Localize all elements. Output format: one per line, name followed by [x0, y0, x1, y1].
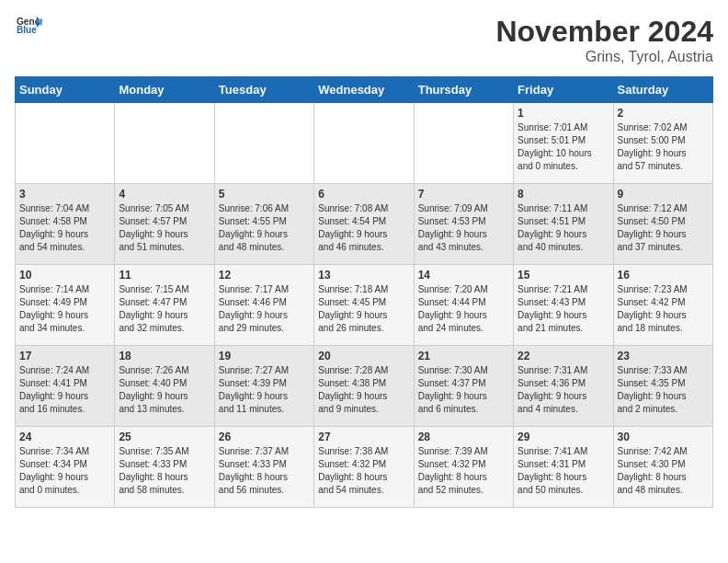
day-number: 2 — [618, 107, 709, 120]
cell-week2-day2: 5Sunrise: 7:06 AM Sunset: 4:55 PM Daylig… — [214, 184, 313, 265]
cell-week2-day1: 4Sunrise: 7:05 AM Sunset: 4:57 PM Daylig… — [115, 184, 214, 265]
cell-week4-day4: 21Sunrise: 7:30 AM Sunset: 4:37 PM Dayli… — [414, 346, 513, 427]
day-detail: Sunrise: 7:08 AM Sunset: 4:54 PM Dayligh… — [318, 202, 409, 254]
cell-week2-day6: 9Sunrise: 7:12 AM Sunset: 4:50 PM Daylig… — [613, 184, 712, 265]
day-number: 14 — [418, 269, 509, 282]
day-detail: Sunrise: 7:14 AM Sunset: 4:49 PM Dayligh… — [19, 283, 110, 335]
day-number: 25 — [119, 431, 210, 443]
day-number: 13 — [318, 269, 409, 282]
day-number: 24 — [19, 431, 110, 443]
day-number: 12 — [219, 269, 310, 282]
cell-week3-day2: 12Sunrise: 7:17 AM Sunset: 4:46 PM Dayli… — [214, 265, 313, 346]
page-header: General Blue November 2024 Grins, Tyrol,… — [15, 15, 713, 65]
cell-week4-day5: 22Sunrise: 7:31 AM Sunset: 4:36 PM Dayli… — [514, 346, 613, 427]
cell-week5-day3: 27Sunrise: 7:38 AM Sunset: 4:32 PM Dayli… — [314, 427, 414, 508]
day-detail: Sunrise: 7:37 AM Sunset: 4:33 PM Dayligh… — [219, 445, 310, 497]
cell-week2-day5: 8Sunrise: 7:11 AM Sunset: 4:51 PM Daylig… — [514, 184, 613, 265]
cell-week5-day0: 24Sunrise: 7:34 AM Sunset: 4:34 PM Dayli… — [16, 427, 115, 508]
cell-week1-day4 — [414, 103, 513, 184]
day-number: 20 — [318, 350, 409, 362]
day-number: 1 — [518, 107, 609, 120]
day-number: 9 — [618, 188, 709, 201]
day-number: 10 — [19, 269, 110, 282]
day-number: 28 — [418, 431, 509, 443]
month-year-title: November 2024 — [495, 15, 713, 49]
header-monday: Monday — [115, 77, 214, 103]
day-number: 22 — [518, 350, 609, 362]
cell-week1-day6: 2Sunrise: 7:02 AM Sunset: 5:00 PM Daylig… — [613, 103, 712, 184]
cell-week1-day1 — [115, 103, 214, 184]
day-number: 23 — [618, 350, 709, 362]
cell-week4-day0: 17Sunrise: 7:24 AM Sunset: 4:41 PM Dayli… — [16, 346, 115, 427]
cell-week3-day1: 11Sunrise: 7:15 AM Sunset: 4:47 PM Dayli… — [115, 265, 214, 346]
header-sunday: Sunday — [16, 77, 115, 103]
cell-week4-day1: 18Sunrise: 7:26 AM Sunset: 4:40 PM Dayli… — [115, 346, 214, 427]
cell-week5-day2: 26Sunrise: 7:37 AM Sunset: 4:33 PM Dayli… — [214, 427, 313, 508]
day-detail: Sunrise: 7:34 AM Sunset: 4:34 PM Dayligh… — [19, 445, 110, 497]
day-detail: Sunrise: 7:42 AM Sunset: 4:30 PM Dayligh… — [618, 445, 709, 497]
day-detail: Sunrise: 7:12 AM Sunset: 4:50 PM Dayligh… — [618, 202, 709, 254]
day-detail: Sunrise: 7:20 AM Sunset: 4:44 PM Dayligh… — [418, 283, 509, 335]
day-detail: Sunrise: 7:33 AM Sunset: 4:35 PM Dayligh… — [618, 364, 709, 416]
day-detail: Sunrise: 7:26 AM Sunset: 4:40 PM Dayligh… — [119, 364, 210, 416]
week-row-1: 1Sunrise: 7:01 AM Sunset: 5:01 PM Daylig… — [16, 103, 713, 184]
logo: General Blue — [15, 15, 42, 39]
day-number: 5 — [219, 188, 310, 201]
svg-text:Blue: Blue — [17, 25, 37, 35]
day-detail: Sunrise: 7:30 AM Sunset: 4:37 PM Dayligh… — [418, 364, 509, 416]
cell-week5-day6: 30Sunrise: 7:42 AM Sunset: 4:30 PM Dayli… — [613, 427, 712, 508]
cell-week1-day2 — [214, 103, 313, 184]
header-tuesday: Tuesday — [214, 77, 313, 103]
day-number: 18 — [119, 350, 210, 362]
cell-week3-day3: 13Sunrise: 7:18 AM Sunset: 4:45 PM Dayli… — [314, 265, 414, 346]
day-number: 19 — [219, 350, 310, 362]
cell-week1-day3 — [314, 103, 414, 184]
day-detail: Sunrise: 7:15 AM Sunset: 4:47 PM Dayligh… — [119, 283, 210, 335]
cell-week3-day5: 15Sunrise: 7:21 AM Sunset: 4:43 PM Dayli… — [514, 265, 613, 346]
cell-week4-day3: 20Sunrise: 7:28 AM Sunset: 4:38 PM Dayli… — [314, 346, 414, 427]
day-number: 15 — [518, 269, 609, 282]
cell-week5-day5: 29Sunrise: 7:41 AM Sunset: 4:31 PM Dayli… — [514, 427, 613, 508]
day-number: 4 — [119, 188, 210, 201]
day-detail: Sunrise: 7:01 AM Sunset: 5:01 PM Dayligh… — [518, 121, 609, 173]
day-detail: Sunrise: 7:28 AM Sunset: 4:38 PM Dayligh… — [318, 364, 409, 416]
day-detail: Sunrise: 7:23 AM Sunset: 4:42 PM Dayligh… — [618, 283, 709, 335]
cell-week4-day2: 19Sunrise: 7:27 AM Sunset: 4:39 PM Dayli… — [214, 346, 313, 427]
header-saturday: Saturday — [613, 77, 712, 103]
day-number: 6 — [318, 188, 409, 201]
cell-week5-day4: 28Sunrise: 7:39 AM Sunset: 4:32 PM Dayli… — [414, 427, 513, 508]
day-number: 8 — [518, 188, 609, 201]
cell-week2-day4: 7Sunrise: 7:09 AM Sunset: 4:53 PM Daylig… — [414, 184, 513, 265]
day-detail: Sunrise: 7:05 AM Sunset: 4:57 PM Dayligh… — [119, 202, 210, 254]
cell-week1-day5: 1Sunrise: 7:01 AM Sunset: 5:01 PM Daylig… — [514, 103, 613, 184]
day-detail: Sunrise: 7:27 AM Sunset: 4:39 PM Dayligh… — [219, 364, 310, 416]
day-detail: Sunrise: 7:21 AM Sunset: 4:43 PM Dayligh… — [518, 283, 609, 335]
location-subtitle: Grins, Tyrol, Austria — [495, 49, 713, 65]
day-detail: Sunrise: 7:38 AM Sunset: 4:32 PM Dayligh… — [318, 445, 409, 497]
day-detail: Sunrise: 7:17 AM Sunset: 4:46 PM Dayligh… — [219, 283, 310, 335]
week-row-2: 3Sunrise: 7:04 AM Sunset: 4:58 PM Daylig… — [16, 184, 713, 265]
week-row-4: 17Sunrise: 7:24 AM Sunset: 4:41 PM Dayli… — [16, 346, 713, 427]
day-detail: Sunrise: 7:31 AM Sunset: 4:36 PM Dayligh… — [518, 364, 609, 416]
week-row-5: 24Sunrise: 7:34 AM Sunset: 4:34 PM Dayli… — [16, 427, 713, 508]
day-detail: Sunrise: 7:35 AM Sunset: 4:33 PM Dayligh… — [119, 445, 210, 497]
day-number: 30 — [618, 431, 709, 443]
day-number: 11 — [119, 269, 210, 282]
day-number: 27 — [318, 431, 409, 443]
cell-week2-day0: 3Sunrise: 7:04 AM Sunset: 4:58 PM Daylig… — [16, 184, 115, 265]
day-number: 7 — [418, 188, 509, 201]
day-detail: Sunrise: 7:11 AM Sunset: 4:51 PM Dayligh… — [518, 202, 609, 254]
cell-week3-day0: 10Sunrise: 7:14 AM Sunset: 4:49 PM Dayli… — [16, 265, 115, 346]
header-thursday: Thursday — [414, 77, 513, 103]
day-number: 21 — [418, 350, 509, 362]
day-detail: Sunrise: 7:24 AM Sunset: 4:41 PM Dayligh… — [19, 364, 110, 416]
cell-week5-day1: 25Sunrise: 7:35 AM Sunset: 4:33 PM Dayli… — [115, 427, 214, 508]
day-detail: Sunrise: 7:18 AM Sunset: 4:45 PM Dayligh… — [318, 283, 409, 335]
day-detail: Sunrise: 7:02 AM Sunset: 5:00 PM Dayligh… — [618, 121, 709, 173]
day-detail: Sunrise: 7:04 AM Sunset: 4:58 PM Dayligh… — [19, 202, 110, 254]
calendar-header-row: Sunday Monday Tuesday Wednesday Thursday… — [16, 77, 713, 103]
header-wednesday: Wednesday — [314, 77, 414, 103]
day-number: 3 — [19, 188, 110, 201]
title-block: November 2024 Grins, Tyrol, Austria — [495, 15, 713, 65]
day-detail: Sunrise: 7:06 AM Sunset: 4:55 PM Dayligh… — [219, 202, 310, 254]
